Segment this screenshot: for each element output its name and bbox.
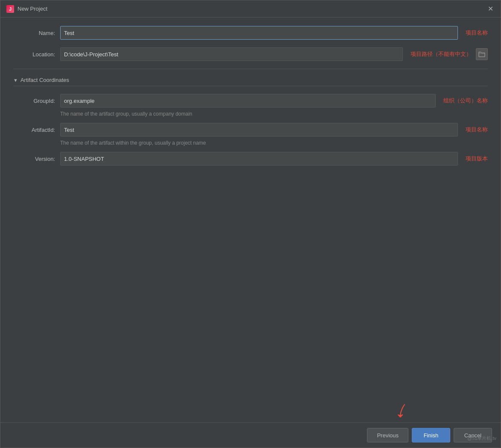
section-title: Artifact Coordinates [20, 77, 69, 83]
artifactid-label: ArtifactId: [13, 127, 60, 133]
dialog-content: Name: 项目名称 Location: 项目路径（不能有中文） [0, 17, 501, 422]
arrow-annotation [396, 403, 413, 424]
groupid-hint: The name of the artifact group, usually … [60, 111, 488, 117]
finish-button[interactable]: Finish [412, 428, 450, 442]
version-row: Version: 项目版本 [13, 152, 488, 166]
artifact-section-header: ▼ Artifact Coordinates [13, 77, 488, 86]
groupid-annotation: 组织（公司）名称 [443, 97, 488, 105]
groupid-input[interactable] [60, 94, 436, 108]
location-annotation: 项目路径（不能有中文） [411, 50, 472, 58]
name-input-wrapper: 项目名称 [60, 26, 488, 40]
location-label: Location: [13, 51, 60, 58]
title-bar: J New Project ✕ [0, 0, 501, 17]
name-row: Name: 项目名称 [13, 26, 488, 40]
name-input[interactable] [60, 26, 458, 40]
title-bar-left: J New Project [6, 5, 47, 13]
artifactid-input-wrapper: 项目名称 [60, 123, 488, 137]
groupid-input-wrapper: 组织（公司）名称 [60, 94, 488, 108]
artifactid-row: ArtifactId: 项目名称 [13, 123, 488, 137]
name-annotation: 项目名称 [466, 29, 488, 37]
location-row: Location: 项目路径（不能有中文） [13, 47, 488, 61]
version-input[interactable] [60, 152, 458, 166]
version-input-wrapper: 项目版本 [60, 152, 488, 166]
artifactid-annotation: 项目名称 [466, 126, 488, 134]
location-input-wrapper: 项目路径（不能有中文） [60, 47, 488, 61]
dialog-title: New Project [17, 6, 47, 12]
location-input[interactable] [60, 47, 403, 61]
name-label: Name: [13, 30, 60, 36]
watermark: @51单片机.tv [467, 435, 496, 442]
previous-button[interactable]: Previous [367, 428, 408, 442]
groupid-label: GroupId: [13, 98, 60, 104]
new-project-dialog: J New Project ✕ Name: 项目名称 Location: 项目路… [0, 0, 501, 448]
artifactid-input[interactable] [60, 123, 458, 137]
close-button[interactable]: ✕ [486, 5, 495, 13]
artifactid-hint: The name of the artifact within the grou… [60, 140, 488, 146]
groupid-row: GroupId: 组织（公司）名称 [13, 94, 488, 108]
app-icon: J [6, 5, 14, 13]
browse-button[interactable] [476, 48, 488, 60]
dialog-footer: Previous Finish Cancel @51单片机.tv [0, 422, 501, 448]
version-label: Version: [13, 156, 60, 162]
section-toggle-icon[interactable]: ▼ [13, 78, 18, 83]
version-annotation: 项目版本 [466, 155, 488, 163]
